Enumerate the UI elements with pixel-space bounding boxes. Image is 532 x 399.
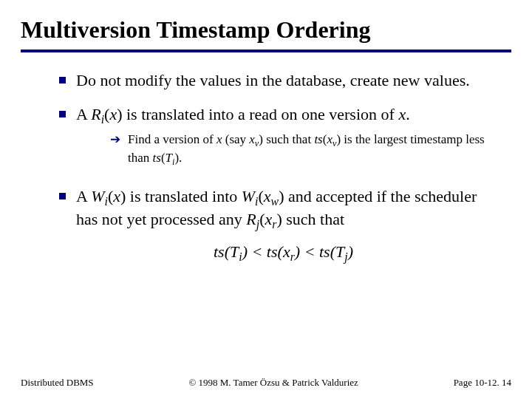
t: (say <box>222 132 249 146</box>
t: x <box>109 105 117 123</box>
t: ts <box>267 242 278 261</box>
bullet-2-sub: ➔ Find a version of x (say xv) such that… <box>110 132 491 169</box>
bullet-2-text: A Ri(x) is translated into a read on one… <box>76 104 491 174</box>
t: x <box>264 187 271 205</box>
t: T <box>166 151 172 165</box>
t: x <box>327 132 332 146</box>
bullet-2: A Ri(x) is translated into a read on one… <box>59 104 491 174</box>
t: x <box>249 132 255 146</box>
t: R <box>246 210 256 228</box>
t: ( <box>278 242 283 261</box>
t: ) <box>242 242 248 261</box>
t: < <box>300 242 319 261</box>
t: ( <box>259 187 264 205</box>
t: . <box>179 151 182 165</box>
t: ( <box>259 210 265 228</box>
t: ( <box>225 242 230 261</box>
bullet-2-sub-text: Find a version of x (say xv) such that t… <box>128 132 491 169</box>
bullet-3-text: A Wi(x) is translated into Wi(xw) and ac… <box>76 186 491 265</box>
t: T <box>230 242 239 261</box>
t: x <box>265 210 273 228</box>
bullet-1-text: Do not modify the values in the database… <box>76 70 491 91</box>
page-title: Multiversion Timestamp Ordering <box>21 16 511 44</box>
t: is translated into <box>126 187 241 205</box>
footer-center: © 1998 M. Tamer Özsu & Patrick Valduriez <box>188 377 358 389</box>
footer: Distributed DBMS © 1998 M. Tamer Özsu & … <box>0 377 532 389</box>
t: ts <box>214 242 225 261</box>
inequality: ts(Ti) < ts(xr) < ts(Tj) <box>76 242 491 265</box>
t: A <box>76 105 91 123</box>
t: x <box>283 242 290 261</box>
t: w <box>271 196 279 208</box>
t: x <box>113 187 120 205</box>
t: ) <box>276 210 282 228</box>
t: A <box>76 187 91 205</box>
t: such that <box>282 210 344 228</box>
square-bullet-icon <box>59 111 66 117</box>
t: R <box>91 105 100 123</box>
t: Find a version of <box>128 132 216 146</box>
t: < <box>248 242 267 261</box>
bullet-3: A Wi(x) is translated into Wi(xw) and ac… <box>59 186 491 265</box>
t: ts <box>153 151 161 165</box>
square-bullet-icon <box>59 77 66 83</box>
footer-left: Distributed DBMS <box>21 377 94 389</box>
t: is translated into a read on one version… <box>122 105 398 123</box>
footer-right: Page 10-12. 14 <box>454 377 511 389</box>
t: ) such that <box>259 132 314 146</box>
t: T <box>335 242 344 261</box>
t: . <box>406 105 410 123</box>
t: ts <box>314 132 322 146</box>
bullet-1: Do not modify the values in the database… <box>59 70 491 91</box>
title-rule <box>21 50 511 52</box>
arrow-icon: ➔ <box>110 132 120 148</box>
bullet-list: Do not modify the values in the database… <box>21 70 511 265</box>
square-bullet-icon <box>59 193 66 200</box>
t: ( <box>330 242 335 261</box>
t: x <box>398 105 406 123</box>
t: W <box>242 187 255 205</box>
slide: Multiversion Timestamp Ordering Do not m… <box>0 0 532 399</box>
t: ) <box>348 242 353 261</box>
t: W <box>91 187 104 205</box>
t: ts <box>319 242 330 261</box>
